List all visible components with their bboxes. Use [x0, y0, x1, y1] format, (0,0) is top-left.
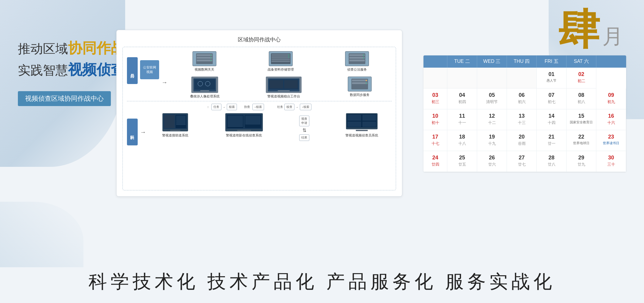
svg-point-34	[366, 83, 367, 84]
day-num-20: 20	[509, 134, 534, 140]
device-face: 叠痕涉人像处理系统	[190, 77, 220, 99]
title-line2: 实践智慧视频侦查	[18, 60, 131, 79]
day-lunar-20: 谷雨	[509, 141, 534, 146]
day-num-07: 07	[539, 92, 564, 98]
svg-point-18	[363, 55, 364, 56]
cal-cell-w4-thu: 21 廿一	[537, 130, 567, 151]
svg-rect-57	[362, 115, 376, 121]
flow-item-5: ↓核索	[300, 104, 311, 110]
device-label-sync: 数据同步服务	[350, 93, 370, 97]
title-normal-2: 实践智慧	[18, 63, 68, 77]
cal-cell-w5-wed: 27 廿七	[507, 151, 537, 172]
day-lunar-28: 廿八	[539, 162, 564, 167]
device-storage: 战备资料存储管理	[268, 51, 294, 72]
day-num-22: 22	[569, 134, 594, 140]
day-lunar-24: 廿四	[426, 162, 445, 167]
device-icon-workbench	[266, 77, 302, 93]
device-search-assist: 警视道搜助道系统	[162, 113, 189, 138]
calendar-week5: 24 廿四 25 廿五 26 廿六 27 廿七 28 廿八 29 廿九	[423, 151, 626, 172]
day-num-16: 16	[599, 113, 623, 119]
cal-cell-empty3	[477, 68, 507, 88]
cal-cell-w5-fri: 29 廿九	[567, 151, 596, 172]
svg-rect-32	[352, 82, 367, 84]
day-num-09: 09	[599, 92, 623, 98]
device-label-online-investigate: 警视道绝影在线侦查系统	[226, 133, 262, 137]
day-num-19: 19	[479, 134, 504, 140]
cal-cell-w4-fri: 22 世界地球日	[567, 130, 596, 151]
cal-cell-empty1	[423, 68, 447, 88]
day-lunar-01: 愚人节	[539, 78, 564, 83]
diagram-title: 区域协同作战中心	[122, 36, 396, 43]
cal-cell-w4-wed: 20 谷雨	[507, 130, 537, 151]
svg-rect-17	[349, 60, 365, 61]
cal-cell-w3-tue: 12 十二	[477, 109, 507, 130]
device-label-storage: 战备资料存储管理	[268, 68, 294, 71]
calendar-week1: 01 愚人节 02 初二	[423, 68, 626, 88]
day-lunar-10: 初十	[426, 120, 445, 125]
day-num-13: 13	[509, 113, 534, 119]
day-lunar-27: 廿七	[509, 162, 534, 167]
day-lunar-22: 世界地球日	[569, 141, 594, 145]
day-num-10: 10	[426, 113, 445, 119]
device-sync: 数据同步服务	[348, 77, 372, 99]
title-normal-1: 推动区域	[18, 42, 68, 56]
cal-cell-w4-sun: 17 十七	[423, 130, 447, 151]
cal-cell-w2-tue: 05 清明节	[477, 88, 507, 109]
cal-header-thu: THU 四	[507, 55, 537, 68]
subtitle-text: 视频侦查区域协同作战中心	[25, 95, 104, 102]
day-lunar-15: 国家安全教育日	[569, 120, 594, 125]
day-num-11: 11	[450, 113, 474, 119]
day-lunar-06: 初六	[509, 99, 534, 105]
month-character: 肆	[558, 9, 600, 51]
svg-rect-22	[200, 90, 209, 91]
day-lunar-02: 初二	[569, 78, 594, 84]
svg-rect-9	[271, 56, 290, 58]
title-line1: 推动区域协同作战	[18, 39, 131, 58]
calendar-grid: TUE 二 WED 三 THU 四 FRI 五 SAT 六 01 愚人节 02 …	[423, 55, 626, 172]
day-num-12: 12	[479, 113, 504, 119]
left-panel: 推动区域协同作战 实践智慧视频侦查 视频侦查区域协同作战中心	[18, 39, 131, 106]
day-lunar-12: 十二	[479, 120, 504, 125]
svg-rect-46	[237, 130, 251, 131]
subtitle-box: 视频侦查区域协同作战中心	[18, 91, 111, 106]
svg-rect-31	[352, 80, 367, 81]
day-lunar-17: 十七	[426, 141, 445, 146]
day-num-01: 01	[539, 71, 564, 77]
svg-rect-59	[362, 122, 376, 127]
day-lunar-05: 清明节	[479, 99, 504, 105]
day-lunar-14: 十四	[539, 120, 564, 125]
cal-cell-w2-thu: 07 初七	[537, 88, 567, 109]
day-num-30: 30	[599, 155, 623, 161]
cal-cell-empty2	[447, 68, 477, 88]
cal-cell-w5-sun: 24 廿四	[423, 151, 447, 172]
day-num-03: 03	[426, 92, 445, 98]
cal-cell-w4-mon: 18 十八	[447, 130, 477, 151]
svg-rect-55	[356, 130, 368, 131]
day-num-04: 04	[450, 92, 474, 98]
calendar-week4: 17 十七 18 十八 19 十九 20 谷雨 21 廿一 22 世界地球日	[423, 130, 626, 151]
cal-cell-w2-wed: 06 初六	[507, 88, 537, 109]
device-icon-service	[345, 51, 369, 66]
cal-header-fri: FRI 五	[537, 55, 567, 68]
flow-item-2: 核索	[227, 104, 237, 110]
svg-rect-29	[284, 80, 298, 88]
cal-cell-w3-wed: 13 十三	[507, 109, 537, 130]
cal-cell-w3-sat: 16 十六	[596, 109, 626, 130]
svg-rect-10	[271, 58, 290, 60]
day-lunar-04: 初四	[450, 99, 474, 105]
cal-cell-w5-sat: 30 三十	[596, 151, 626, 172]
day-num-27: 27	[509, 155, 534, 161]
day-lunar-11: 十一	[450, 120, 474, 125]
day-num-15: 15	[569, 113, 594, 119]
device-label-workbench: 警视道视频稳台工作台	[267, 94, 300, 98]
diagram-inner: 分县局 公安联网视频 →	[122, 47, 396, 190]
svg-point-13	[288, 57, 289, 58]
cal-cell-w2-mon: 04 初四	[447, 88, 477, 109]
day-num-29: 29	[569, 155, 594, 161]
svg-rect-52	[245, 116, 260, 125]
day-num-06: 06	[509, 92, 534, 98]
day-num-26: 26	[479, 155, 504, 161]
svg-rect-8	[271, 54, 290, 56]
flow-search-result: 结果	[299, 134, 309, 141]
day-lunar-21: 廿一	[539, 141, 564, 146]
